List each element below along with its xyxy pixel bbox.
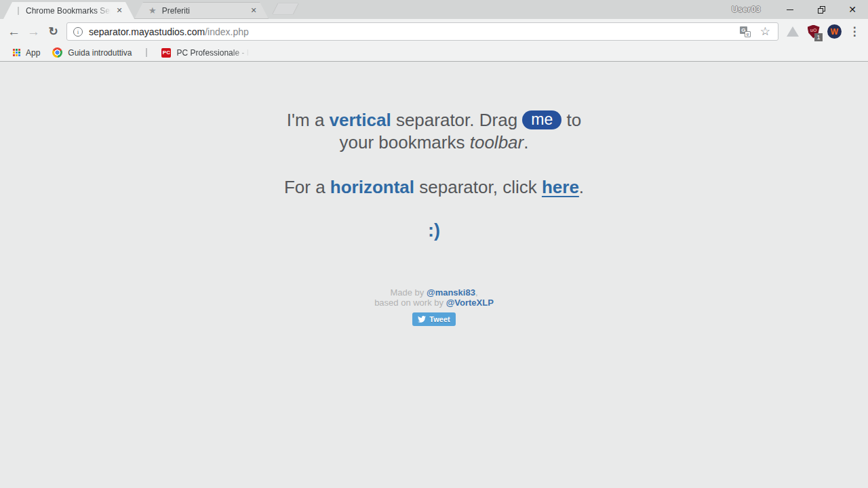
bookmark-guida-introduttiva[interactable]: Guida introduttiva bbox=[46, 44, 138, 61]
address-bar[interactable]: i separator.mayastudios.com/index.php G … bbox=[66, 22, 778, 41]
paragraph-text: . bbox=[579, 177, 584, 197]
minimize-button[interactable] bbox=[774, 0, 806, 19]
page-info-icon[interactable]: i bbox=[73, 27, 83, 37]
horizontal-paragraph: For a horizontal separator, click here. bbox=[284, 176, 584, 199]
url-path: /index.php bbox=[205, 26, 249, 37]
tab-active-separator-page[interactable]: Chrome Bookmarks Sepa ✕ bbox=[3, 2, 134, 19]
tab-close-icon[interactable]: ✕ bbox=[114, 6, 125, 15]
close-window-button[interactable]: ✕ bbox=[837, 0, 868, 19]
drag-me-pill[interactable]: me bbox=[522, 110, 561, 129]
smiley-text: :) bbox=[428, 220, 440, 241]
profile-name-badge[interactable]: User03 bbox=[732, 5, 761, 14]
paragraph-text: For a bbox=[284, 177, 330, 197]
horizontal-word: horizontal bbox=[330, 177, 414, 197]
drive-triangle-icon bbox=[787, 26, 799, 37]
chrome-menu-button[interactable]: ⋮ bbox=[845, 24, 864, 39]
reload-button[interactable]: ↻ bbox=[43, 22, 63, 41]
page-footer: Made by @manski83, based on work by @Vor… bbox=[374, 287, 494, 308]
chrome-logo-icon bbox=[52, 47, 62, 58]
bookmark-label: App bbox=[26, 48, 40, 58]
forward-button: → bbox=[24, 22, 43, 41]
page-content: I'm a vertical separator. Drag me to you… bbox=[0, 62, 868, 488]
bookmark-pc-professionale[interactable]: PC PC Professionale - Il r bbox=[155, 44, 256, 61]
star-favicon-icon: ★ bbox=[149, 5, 157, 16]
tab-title: Preferiti bbox=[162, 6, 247, 16]
restore-icon bbox=[818, 6, 825, 14]
window-controls: User03 ✕ bbox=[732, 0, 868, 19]
browser-toolbar: ← → ↻ i separator.mayastudios.com/index.… bbox=[0, 19, 868, 44]
bookmark-label: PC Professionale - Il r bbox=[176, 48, 250, 58]
bookmark-separator[interactable] bbox=[146, 48, 147, 57]
footer-text: based on work by bbox=[374, 298, 446, 308]
vortexlp-link[interactable]: @VorteXLP bbox=[446, 298, 494, 308]
manski83-link[interactable]: @manski83 bbox=[427, 287, 475, 298]
vertical-word: vertical bbox=[330, 110, 391, 130]
apps-grid-icon bbox=[13, 49, 20, 56]
bookmark-star-icon[interactable]: ☆ bbox=[755, 24, 775, 39]
tweet-button-label: Tweet bbox=[429, 315, 450, 323]
ublock-extension-button[interactable]: uO 1 bbox=[803, 21, 824, 42]
new-tab-button[interactable] bbox=[273, 3, 298, 14]
paragraph-text: separator, click bbox=[414, 177, 542, 197]
separator-favicon-icon bbox=[18, 7, 19, 15]
translate-icon[interactable]: G g bbox=[740, 26, 751, 37]
tab-title: Chrome Bookmarks Sepa bbox=[26, 6, 113, 16]
extension-button-2[interactable]: W bbox=[824, 21, 845, 42]
footer-text: Made by bbox=[390, 287, 426, 298]
omnibox-actions: G g ☆ bbox=[740, 24, 775, 39]
bookmark-apps[interactable]: App bbox=[7, 44, 46, 61]
headline-text: to bbox=[561, 110, 581, 130]
minimize-icon bbox=[787, 9, 793, 10]
browser-window: Chrome Bookmarks Sepa ✕ ★ Preferiti ✕ Us… bbox=[0, 0, 868, 488]
back-button[interactable]: ← bbox=[4, 22, 24, 41]
restore-button[interactable] bbox=[806, 0, 837, 19]
headline-text: . bbox=[524, 132, 528, 152]
pc-favicon-icon: PC bbox=[161, 48, 171, 58]
extension-circle-icon: W bbox=[827, 24, 842, 39]
url-host: separator.mayastudios.com bbox=[89, 26, 205, 37]
toolbar-word-italic: toolbar bbox=[470, 132, 524, 152]
headline-text: separator. Drag bbox=[391, 110, 523, 130]
url-text[interactable]: separator.mayastudios.com/index.php bbox=[89, 26, 249, 37]
headline: I'm a vertical separator. Drag me to you… bbox=[287, 109, 581, 154]
tab-inactive-preferiti[interactable]: ★ Preferiti ✕ bbox=[134, 2, 269, 19]
here-link[interactable]: here bbox=[542, 177, 579, 197]
headline-text: your bookmarks bbox=[340, 132, 470, 152]
footer-text: , bbox=[475, 287, 478, 298]
headline-text: I'm a bbox=[287, 110, 330, 130]
tweet-button[interactable]: Tweet bbox=[412, 312, 455, 326]
bookmarks-bar: App Guida introduttiva PC PC Professiona… bbox=[0, 44, 868, 62]
tab-close-icon[interactable]: ✕ bbox=[248, 6, 259, 15]
ublock-badge: 1 bbox=[814, 33, 823, 41]
bookmark-label: Guida introduttiva bbox=[68, 48, 132, 58]
tab-strip: Chrome Bookmarks Sepa ✕ ★ Preferiti ✕ Us… bbox=[0, 0, 868, 19]
drive-extension-button[interactable] bbox=[782, 21, 803, 42]
twitter-bird-icon bbox=[418, 315, 426, 323]
